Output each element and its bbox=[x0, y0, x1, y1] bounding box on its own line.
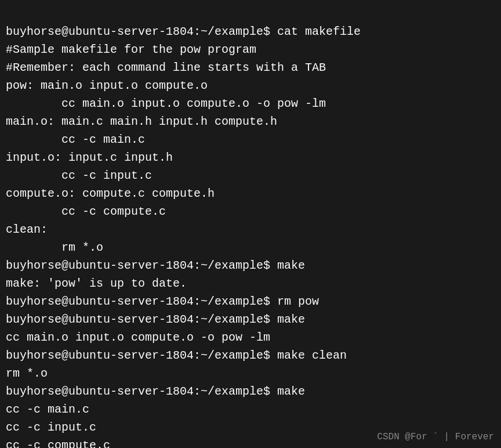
terminal-line: buyhorse@ubuntu-server-1804:~/example$ c… bbox=[6, 25, 361, 448]
watermark-text: CSDN @For ` | Forever bbox=[377, 432, 494, 442]
terminal-window: buyhorse@ubuntu-server-1804:~/example$ c… bbox=[0, 0, 501, 448]
terminal-output: buyhorse@ubuntu-server-1804:~/example$ c… bbox=[6, 5, 495, 448]
